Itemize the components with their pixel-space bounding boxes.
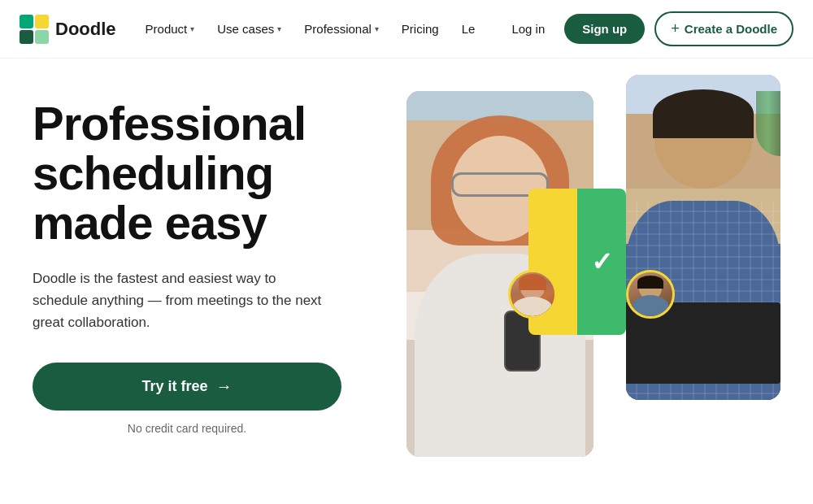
hero-headline: Professional scheduling made easy: [33, 99, 390, 248]
nav-pricing[interactable]: Pricing: [392, 15, 449, 42]
no-credit-text: No credit card required.: [33, 422, 341, 435]
avatar-woman: [508, 270, 557, 319]
nav-professional[interactable]: Professional ▾: [294, 15, 389, 42]
nav-use-cases[interactable]: Use cases ▾: [207, 15, 291, 42]
hero-subtext: Doodle is the fastest and easiest way to…: [33, 267, 333, 334]
hero-section: Professional scheduling made easy Doodle…: [0, 59, 813, 504]
svg-rect-2: [20, 30, 33, 44]
login-button[interactable]: Log in: [502, 15, 554, 42]
checkmark-icon: ✓: [591, 246, 613, 277]
nav-product[interactable]: Product ▾: [136, 15, 205, 42]
nav-links: Product ▾ Use cases ▾ Professional ▾ Pri…: [136, 15, 496, 42]
schedule-bar-green: ✓: [577, 189, 626, 335]
navbar: Doodle Product ▾ Use cases ▾ Professiona…: [0, 0, 813, 59]
professional-chevron-icon: ▾: [375, 24, 379, 33]
hero-images: ✓: [406, 91, 780, 504]
plus-icon: +: [671, 20, 680, 37]
logo-link[interactable]: Doodle: [20, 15, 116, 44]
avatar-man: [626, 270, 675, 319]
nav-right: Log in Sign up + Create a Doodle: [502, 11, 793, 46]
nav-learn[interactable]: Le: [452, 15, 485, 42]
logo-text: Doodle: [55, 19, 116, 40]
hero-content-left: Professional scheduling made easy Doodle…: [33, 91, 390, 435]
signup-button[interactable]: Sign up: [564, 14, 645, 44]
try-it-free-button[interactable]: Try it free →: [33, 363, 341, 411]
doodle-logo-icon: [20, 15, 49, 44]
use-cases-chevron-icon: ▾: [277, 24, 281, 33]
product-chevron-icon: ▾: [190, 24, 194, 33]
svg-rect-1: [35, 15, 49, 28]
cta-arrow-icon: →: [216, 377, 233, 396]
svg-rect-3: [35, 30, 49, 44]
create-doodle-button[interactable]: + Create a Doodle: [654, 11, 793, 46]
svg-rect-0: [20, 15, 33, 28]
